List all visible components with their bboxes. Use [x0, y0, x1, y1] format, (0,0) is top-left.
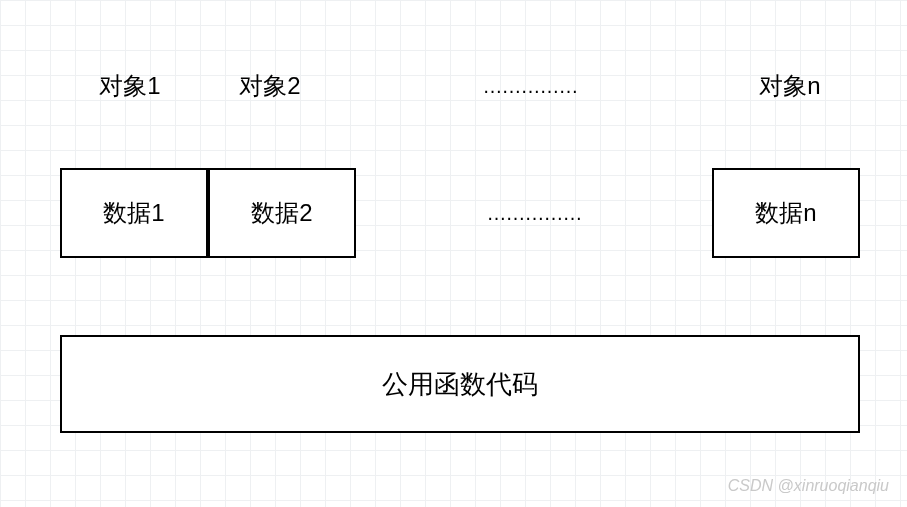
- object-labels-row: 对象1 对象2 …………… 对象n: [60, 70, 860, 102]
- shared-function-box: 公用函数代码: [60, 335, 860, 433]
- data-boxes-row: 数据1 数据2 …………… 数据n: [60, 168, 860, 258]
- data-box-n: 数据n: [712, 168, 860, 258]
- data-box-2: 数据2: [208, 168, 356, 258]
- data-box-1: 数据1: [60, 168, 208, 258]
- object-label-n: 对象n: [720, 70, 860, 102]
- watermark-text: CSDN @xinruoqianqiu: [728, 477, 889, 495]
- object-label-ellipsis: ……………: [340, 75, 720, 98]
- object-label-1: 对象1: [60, 70, 200, 102]
- object-label-2: 对象2: [200, 70, 340, 102]
- data-box-ellipsis: ……………: [356, 202, 712, 225]
